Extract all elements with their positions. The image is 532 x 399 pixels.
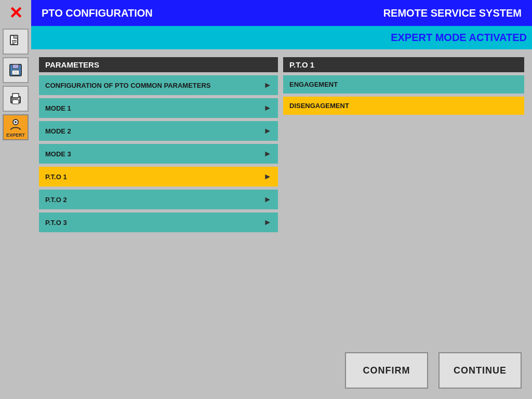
param-mode2[interactable]: MODE 2 ► xyxy=(39,121,278,141)
sidebar-save-button[interactable] xyxy=(3,57,29,83)
pto1-disengagement[interactable]: DISENGAGEMENT xyxy=(283,97,524,115)
param-mode2-arrow: ► xyxy=(263,126,272,136)
param-pto2-arrow: ► xyxy=(263,195,272,204)
svg-rect-11 xyxy=(12,100,19,104)
sidebar-expert-button[interactable]: EXPERT xyxy=(3,114,29,140)
expert-mode-label: EXPERT MODE ACTIVATED xyxy=(391,32,527,44)
system-title: REMOTE SERVICE SYSTEM xyxy=(383,7,532,19)
param-pto1-arrow: ► xyxy=(263,172,272,181)
param-mode1-label: MODE 1 xyxy=(45,104,71,112)
main-content: PARAMETERS CONFIGURATION OF PTO COMMON P… xyxy=(31,49,532,399)
pto1-header: P.T.O 1 xyxy=(283,57,524,72)
svg-rect-10 xyxy=(12,94,19,98)
param-mode2-label: MODE 2 xyxy=(45,127,71,135)
parameters-header: PARAMETERS xyxy=(39,57,278,72)
param-pto3[interactable]: P.T.O 3 ► xyxy=(39,212,278,232)
param-pto1[interactable]: P.T.O 1 ► xyxy=(39,167,278,187)
param-mode1-arrow: ► xyxy=(263,103,272,113)
expert-mode-bar: EXPERT MODE ACTIVATED xyxy=(31,26,532,49)
pto1-engagement[interactable]: ENGAGEMENT xyxy=(283,75,524,94)
param-mode3-label: MODE 3 xyxy=(45,150,71,158)
sidebar: EXPERT xyxy=(0,26,31,399)
param-pto3-label: P.T.O 3 xyxy=(45,219,67,227)
sidebar-print-button[interactable] xyxy=(3,86,29,112)
header-bar: ✕ PTO CONFIGURATION REMOTE SERVICE SYSTE… xyxy=(0,0,532,26)
close-button[interactable]: ✕ xyxy=(0,0,31,26)
document-icon xyxy=(8,34,23,49)
bottom-buttons: CONFIRM CONTINUE xyxy=(345,352,522,389)
pto1-disengagement-label: DISENGAGEMENT xyxy=(289,102,349,110)
param-mode1[interactable]: MODE 1 ► xyxy=(39,98,278,118)
param-pto2[interactable]: P.T.O 2 ► xyxy=(39,190,278,209)
expert-icon xyxy=(8,117,23,132)
param-pto3-arrow: ► xyxy=(263,218,272,227)
parameters-panel: PARAMETERS CONFIGURATION OF PTO COMMON P… xyxy=(39,57,278,232)
svg-point-14 xyxy=(15,121,17,123)
continue-button[interactable]: CONTINUE xyxy=(438,352,522,389)
param-common-config[interactable]: CONFIGURATION OF PTO COMMON PARAMETERS ► xyxy=(39,75,278,95)
save-icon xyxy=(8,63,23,77)
param-mode3[interactable]: MODE 3 ► xyxy=(39,144,278,164)
param-common-config-arrow: ► xyxy=(263,81,272,90)
svg-point-12 xyxy=(18,98,20,100)
param-mode3-arrow: ► xyxy=(263,149,272,158)
param-common-config-label: CONFIGURATION OF PTO COMMON PARAMETERS xyxy=(45,82,211,89)
svg-rect-1 xyxy=(14,35,18,38)
param-pto1-label: P.T.O 1 xyxy=(45,173,67,181)
expert-button-label: EXPERT xyxy=(6,132,25,138)
print-icon xyxy=(8,91,23,106)
panels-row: PARAMETERS CONFIGURATION OF PTO COMMON P… xyxy=(39,57,524,232)
close-icon: ✕ xyxy=(9,5,23,21)
svg-rect-6 xyxy=(12,64,19,69)
page-title: PTO CONFIGURATION xyxy=(31,7,383,19)
pto1-panel: P.T.O 1 ENGAGEMENT DISENGAGEMENT xyxy=(283,57,524,232)
svg-rect-8 xyxy=(14,71,18,74)
param-pto2-label: P.T.O 2 xyxy=(45,196,67,204)
pto1-engagement-label: ENGAGEMENT xyxy=(289,81,338,88)
sidebar-document-button[interactable] xyxy=(3,29,29,55)
confirm-button[interactable]: CONFIRM xyxy=(345,352,428,389)
